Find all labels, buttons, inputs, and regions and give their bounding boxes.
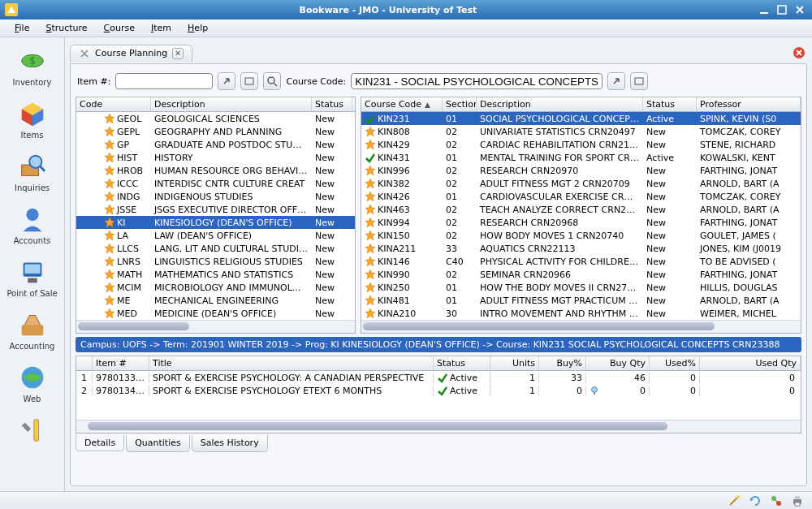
sidebar-item-web[interactable]: Web: [0, 357, 64, 408]
col-item[interactable]: Item #: [93, 356, 149, 370]
table-row[interactable]: KIKINESIOLOGY (DEAN'S OFFICE)New: [76, 216, 355, 229]
svg-point-16: [268, 77, 274, 84]
svg-rect-17: [635, 78, 643, 84]
table-row[interactable]: GPGRADUATE AND POSTDOC STUDIESNew: [76, 138, 355, 151]
table-row[interactable]: GEPLGEOGRAPHY AND PLANNINGNew: [76, 125, 355, 138]
menu-item[interactable]: Item: [143, 20, 179, 36]
tab-quantities[interactable]: Quantities: [126, 435, 190, 452]
item-browse-button[interactable]: [240, 72, 258, 90]
table-row[interactable]: KIN46302TEACH ANALYZE CORRECT CRN26648Ne…: [361, 203, 801, 216]
col-usedqty[interactable]: Used Qty: [700, 356, 801, 370]
wand-icon[interactable]: [728, 494, 741, 507]
col-rownum[interactable]: [76, 356, 93, 370]
col-status[interactable]: Status: [643, 97, 697, 111]
table-row[interactable]: KIN43101MENTAL TRAINING FOR SPORT CRN...…: [361, 151, 801, 164]
sidebar-item-pos[interactable]: Point of Sale: [0, 252, 64, 303]
table-row[interactable]: KIN42601CARDIOVASCULAR EXERCISE CRN2...N…: [361, 190, 801, 203]
menu-file[interactable]: File: [6, 20, 37, 36]
table-row[interactable]: KIN146C40PHYSICAL ACTIVITY FOR CHILDREN …: [361, 255, 801, 268]
close-button[interactable]: [793, 3, 807, 16]
table-row[interactable]: INDGINDIGENOUS STUDIESNew: [76, 190, 355, 203]
sidebar-item-inquiries[interactable]: Inquiries: [0, 146, 64, 197]
item-go-button[interactable]: [218, 72, 235, 90]
col-code[interactable]: Code: [76, 97, 151, 111]
globe-icon: [17, 362, 48, 393]
table-row[interactable]: LALAW (DEAN'S OFFICE)New: [76, 229, 355, 242]
table-row[interactable]: KINA21030INTRO MOVEMENT AND RHYTHM C...N…: [361, 307, 801, 320]
table-row[interactable]: 297801340...SPORT & EXERCISE PSYCHOLOGY …: [76, 384, 801, 397]
sidebar-label: Web: [24, 395, 41, 403]
course-go-button[interactable]: [607, 72, 625, 90]
horizontal-scrollbar[interactable]: [76, 420, 801, 433]
table-row[interactable]: KIN48101ADULT FITNESS MGT PRACTICUM C...…: [361, 294, 801, 307]
col-usedpct[interactable]: Used%: [650, 356, 700, 370]
refresh-icon[interactable]: [749, 494, 762, 507]
printer-icon[interactable]: [791, 494, 804, 507]
table-row[interactable]: KIN23101SOCIAL PSYCHOLOGICAL CONCEPT...A…: [361, 112, 801, 125]
connection-icon[interactable]: [770, 494, 783, 507]
menu-structure[interactable]: Structure: [37, 20, 95, 36]
person-icon: [17, 204, 48, 235]
sidebar-item-accounts[interactable]: Accounts: [0, 199, 64, 250]
menu-help[interactable]: Help: [179, 20, 216, 36]
table-row[interactable]: MEMECHANICAL ENGINEERINGNew: [76, 294, 355, 307]
col-course-code[interactable]: Course Code▲: [361, 97, 443, 111]
table-row[interactable]: KIN38202ADULT FITNESS MGT 2 CRN20709NewA…: [361, 177, 801, 190]
table-row[interactable]: HROBHUMAN RESOURCE ORG BEHAVIOURNew: [76, 164, 355, 177]
sidebar-item-items[interactable]: Items: [0, 93, 64, 145]
table-row[interactable]: JSSEJSGS EXECUTIVE DIRECTOR OFFICENew: [76, 203, 355, 216]
col-buypct[interactable]: Buy%: [539, 356, 586, 370]
sidebar-item-inventory[interactable]: $ Inventory: [0, 41, 64, 92]
table-row[interactable]: ICCCINTERDISC CNTR CULTURE CREATNew: [76, 177, 355, 190]
col-description[interactable]: Description: [477, 97, 643, 111]
col-buyqty[interactable]: Buy Qty: [586, 356, 650, 370]
error-icon[interactable]: [791, 45, 807, 60]
col-description[interactable]: Description: [151, 97, 312, 111]
search-button[interactable]: [263, 72, 281, 90]
col-title[interactable]: Title: [149, 356, 434, 370]
grid-body[interactable]: 197801335...SPORT & EXERCISE PSYCHOLOGY:…: [76, 371, 801, 420]
table-row[interactable]: KIN80802UNIVARIATE STATISTICS CRN20497Ne…: [361, 125, 801, 138]
course-browse-button[interactable]: [630, 72, 648, 90]
table-row[interactable]: KIN99402RESEARCH CRN20968NewFARTHING, JO…: [361, 216, 801, 229]
horizontal-scrollbar[interactable]: [76, 320, 355, 333]
table-row[interactable]: KIN99002SEMINAR CRN20966NewFARTHING, JON…: [361, 268, 801, 281]
courses-grid: Course Code▲ Section Description Status …: [361, 97, 801, 334]
table-row[interactable]: MATHMATHEMATICS AND STATISTICSNew: [76, 268, 355, 281]
table-row[interactable]: LLCSLANG, LIT AND CULTURAL STUDIESNew: [76, 242, 355, 255]
tab-details[interactable]: Details: [76, 434, 124, 451]
item-number-input[interactable]: [115, 73, 213, 89]
col-status[interactable]: Status: [312, 97, 352, 111]
grid-body[interactable]: GEOLGEOLOGICAL SCIENCESNewGEPLGEOGRAPHY …: [76, 112, 355, 320]
table-row[interactable]: KIN25001HOW THE BODY MOVES II CRN27705Ne…: [361, 281, 801, 294]
star-icon: [104, 256, 115, 267]
col-status[interactable]: Status: [434, 356, 490, 370]
horizontal-scrollbar[interactable]: [361, 320, 801, 333]
table-row[interactable]: HISTHISTORYNew: [76, 151, 355, 164]
star-icon: [104, 191, 115, 202]
svg-text:$: $: [29, 55, 35, 67]
tab-course-planning[interactable]: Course Planning ✕: [70, 45, 192, 62]
table-row[interactable]: GEOLGEOLOGICAL SCIENCESNew: [76, 112, 355, 125]
table-row[interactable]: 197801335...SPORT & EXERCISE PSYCHOLOGY:…: [76, 371, 801, 384]
minimize-button[interactable]: [757, 3, 771, 16]
maximize-button[interactable]: [775, 3, 789, 16]
tab-sales-history[interactable]: Sales History: [192, 435, 268, 452]
table-row[interactable]: KIN99602RESEARCH CRN20970NewFARTHING, JO…: [361, 164, 801, 177]
sidebar-item-tools[interactable]: [0, 410, 64, 452]
grid-body[interactable]: KIN23101SOCIAL PSYCHOLOGICAL CONCEPT...A…: [361, 112, 801, 320]
svg-rect-1: [760, 12, 768, 14]
table-row[interactable]: MEDMEDICINE (DEAN'S OFFICE)New: [76, 307, 355, 320]
col-professor[interactable]: Professor: [697, 97, 801, 111]
tab-close-button[interactable]: ✕: [172, 48, 184, 59]
col-units[interactable]: Units: [490, 356, 539, 370]
menu-course[interactable]: Course: [96, 20, 143, 36]
course-code-input[interactable]: [351, 73, 603, 89]
table-row[interactable]: MCIMMICROBIOLOGY AND IMMUNOLOGYNew: [76, 281, 355, 294]
table-row[interactable]: LNRSLINGUISTICS RELIGIOUS STUDIESNew: [76, 255, 355, 268]
table-row[interactable]: KINA21133AQUATICS CRN22113NewJONES, KIM …: [361, 242, 801, 255]
table-row[interactable]: KIN15002HOW BODY MOVES 1 CRN20740NewGOUL…: [361, 229, 801, 242]
sidebar-item-accounting[interactable]: Accounting: [0, 304, 64, 356]
col-section[interactable]: Section: [443, 97, 477, 111]
table-row[interactable]: KIN42902CARDIAC REHABILITATION CRN21121N…: [361, 138, 801, 151]
